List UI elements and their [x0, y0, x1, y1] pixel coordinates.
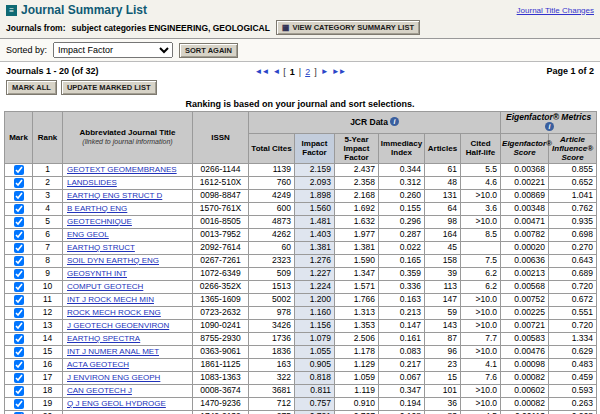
article-influence-cell: 0.270	[549, 241, 597, 254]
issn-cell: 1470-9236	[193, 397, 249, 410]
eigenfactor-group-header: Eigenfactor® Metricsi	[501, 111, 597, 133]
cited-half-life-cell: >10.0	[461, 397, 501, 410]
next-page-icon[interactable]: ►	[321, 67, 328, 76]
table-row: 11 INT J ROCK MECH MIN 1365-1609 5002 1.…	[5, 293, 597, 306]
table-row: 18 CAN GEOTECH J 0008-3674 3681 0.811 1.…	[5, 384, 597, 397]
immediacy-index-cell: 0.296	[379, 215, 425, 228]
journal-title-link[interactable]: GEOTECHNIQUE	[67, 217, 132, 226]
jcr-data-info-icon[interactable]: i	[390, 117, 399, 126]
five-year-if-cell: 0.910	[335, 397, 379, 410]
journal-title-link[interactable]: ACTA GEOTECH	[67, 360, 129, 369]
issn-cell: 0266-1144	[193, 163, 249, 176]
update-marked-list-button[interactable]: UPDATE MARKED LIST	[61, 80, 157, 95]
eigenfactor-score-cell: 0.00221	[501, 176, 549, 189]
journal-title-changes-link[interactable]: Journal Title Changes	[517, 6, 594, 15]
cited-half-life-cell: >10.0	[461, 319, 501, 332]
col-header-immediacy-index: Immediacy Index	[379, 133, 425, 163]
articles-cell: 23	[425, 358, 461, 371]
rank-cell: 6	[33, 228, 63, 241]
mark-checkbox[interactable]	[14, 373, 24, 383]
eigenfactor-score-cell: 0.00213	[501, 267, 549, 280]
last-page-icon[interactable]: ►►	[332, 67, 346, 76]
impact-factor-cell: 1.227	[295, 267, 335, 280]
journal-title-link[interactable]: CAN GEOTECH J	[67, 386, 132, 395]
journal-title-link[interactable]: ROCK MECH ROCK ENG	[67, 308, 161, 317]
cited-half-life-cell: >10.0	[461, 345, 501, 358]
journal-title-link[interactable]: GEOTEXT GEOMEMBRANES	[67, 165, 177, 174]
journal-title-link[interactable]: ENG GEOL	[67, 230, 109, 239]
five-year-if-cell: 1.590	[335, 254, 379, 267]
view-category-summary-button[interactable]: ▦ VIEW CATEGORY SUMMARY LIST	[276, 20, 420, 35]
five-year-if-cell: 2.358	[335, 176, 379, 189]
mark-checkbox[interactable]	[14, 165, 24, 175]
mark-all-button[interactable]: MARK ALL	[6, 80, 57, 95]
cited-half-life-cell: 4.6	[461, 176, 501, 189]
mark-checkbox[interactable]	[14, 386, 24, 396]
page-2-link[interactable]: 2	[305, 67, 310, 77]
col-header-issn: ISSN	[193, 111, 249, 163]
five-year-if-cell: 2.506	[335, 332, 379, 345]
cited-half-life-cell: 4.1	[461, 358, 501, 371]
sort-again-button[interactable]: SORT AGAIN	[179, 43, 238, 58]
mark-checkbox[interactable]	[14, 282, 24, 292]
col-header-total-cites: Total Cites	[249, 133, 295, 163]
mark-checkbox[interactable]	[14, 308, 24, 318]
eigenfactor-score-cell: 0.00020	[501, 241, 549, 254]
journal-title-link[interactable]: LANDSLIDES	[67, 178, 117, 187]
cited-half-life-cell: >10.0	[461, 215, 501, 228]
journal-title-cell: INT J NUMER ANAL MET	[63, 345, 193, 358]
journal-title-link[interactable]: EARTHQ STRUCT	[67, 243, 135, 252]
mark-checkbox[interactable]	[14, 321, 24, 331]
journal-title-link[interactable]: GEOSYNTH INT	[67, 269, 127, 278]
rank-cell: 2	[33, 176, 63, 189]
journal-title-link[interactable]: J GEOTECH GEOENVIRON	[67, 321, 169, 330]
mark-checkbox[interactable]	[14, 360, 24, 370]
journal-title-link[interactable]: Q J ENG GEOL HYDROGE	[67, 399, 166, 408]
impact-factor-cell: 1.224	[295, 280, 335, 293]
mark-checkbox[interactable]	[14, 347, 24, 357]
eigenfactor-score-cell: 0.00721	[501, 319, 549, 332]
eigenfactor-info-icon[interactable]: i	[545, 122, 554, 131]
total-cites-cell: 4873	[249, 215, 295, 228]
journal-title-link[interactable]: EARTHQ ENG STRUCT D	[67, 191, 162, 200]
rank-cell: 18	[33, 384, 63, 397]
article-influence-cell: 0.629	[549, 345, 597, 358]
mark-checkbox[interactable]	[14, 204, 24, 214]
articles-cell: 83	[425, 410, 461, 414]
issn-cell: 0008-3674	[193, 384, 249, 397]
journal-title-cell: GEOTECHNIQUE	[63, 215, 193, 228]
mark-cell	[5, 189, 33, 202]
mark-checkbox[interactable]	[14, 295, 24, 305]
issn-cell: 0016-8505	[193, 215, 249, 228]
prev-page-icon[interactable]: ◄	[272, 67, 279, 76]
mark-checkbox[interactable]	[14, 243, 24, 253]
five-year-if-cell: 1.632	[335, 215, 379, 228]
total-cites-cell: 60	[249, 241, 295, 254]
sort-select[interactable]: Impact Factor	[53, 42, 173, 58]
journal-title-cell: COMPUT GEOTECH	[63, 280, 193, 293]
mark-checkbox[interactable]	[14, 178, 24, 188]
immediacy-index-cell: 0.194	[379, 397, 425, 410]
journal-title-link[interactable]: COMPUT GEOTECH	[67, 282, 143, 291]
mark-checkbox[interactable]	[14, 191, 24, 201]
articles-cell: 147	[425, 293, 461, 306]
immediacy-index-cell: 0.147	[379, 319, 425, 332]
mark-checkbox[interactable]	[14, 399, 24, 409]
journal-title-link[interactable]: SOIL DYN EARTHQ ENG	[67, 256, 159, 265]
mark-cell	[5, 293, 33, 306]
journal-title-cell: EARTHQ ENG STRUCT D	[63, 189, 193, 202]
mark-cell	[5, 254, 33, 267]
table-row: 13 J GEOTECH GEOENVIRON 1090-0241 3426 1…	[5, 319, 597, 332]
total-cites-cell: 1139	[249, 163, 295, 176]
journal-title-link[interactable]: J ENVIRON ENG GEOPH	[67, 373, 160, 382]
journal-title-link[interactable]: INT J ROCK MECH MIN	[67, 295, 154, 304]
mark-checkbox[interactable]	[14, 230, 24, 240]
mark-checkbox[interactable]	[14, 334, 24, 344]
journal-title-link[interactable]: INT J NUMER ANAL MET	[67, 347, 159, 356]
mark-checkbox[interactable]	[14, 217, 24, 227]
journal-title-link[interactable]: B EARTHQ ENG	[67, 204, 127, 213]
mark-checkbox[interactable]	[14, 269, 24, 279]
first-page-icon[interactable]: ◄◄	[255, 67, 269, 76]
journal-title-link[interactable]: EARTHQ SPECTRA	[67, 334, 140, 343]
mark-checkbox[interactable]	[14, 256, 24, 266]
